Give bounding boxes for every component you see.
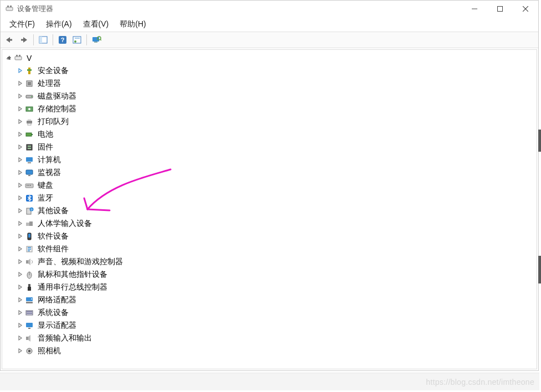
svg-rect-59 bbox=[28, 284, 30, 287]
device-category-row[interactable]: ?其他设备 bbox=[16, 204, 535, 217]
menu-action[interactable]: 操作(A) bbox=[40, 18, 78, 31]
menu-file[interactable]: 文件(F) bbox=[4, 18, 40, 31]
device-category-row[interactable]: 蓝牙 bbox=[16, 192, 535, 204]
device-category-row[interactable]: 人体学输入设备 bbox=[16, 217, 535, 230]
device-category-row[interactable]: 计算机 bbox=[16, 153, 535, 166]
device-category-row[interactable]: 处理器 bbox=[16, 77, 535, 90]
forward-button[interactable] bbox=[17, 33, 30, 47]
svg-rect-41 bbox=[26, 170, 33, 174]
category-label[interactable]: 音频输入和输出 bbox=[37, 333, 93, 343]
menu-view[interactable]: 查看(V) bbox=[78, 18, 115, 31]
device-category-row[interactable]: 声音、视频和游戏控制器 bbox=[16, 255, 535, 268]
category-label[interactable]: 存储控制器 bbox=[37, 104, 78, 114]
category-label[interactable]: 打印队列 bbox=[37, 117, 70, 127]
help-button[interactable]: ? bbox=[56, 33, 69, 47]
svg-rect-4 bbox=[498, 7, 503, 12]
expand-chevron-icon[interactable] bbox=[16, 105, 24, 114]
device-category-row[interactable]: 打印队列 bbox=[16, 115, 535, 128]
expand-chevron-icon[interactable] bbox=[16, 334, 24, 343]
category-label[interactable]: 人体学输入设备 bbox=[37, 219, 93, 229]
expand-chevron-icon[interactable] bbox=[16, 130, 24, 139]
expand-chevron-icon[interactable] bbox=[16, 270, 24, 279]
expand-chevron-icon[interactable] bbox=[16, 219, 24, 228]
menu-help[interactable]: 帮助(H) bbox=[114, 18, 151, 31]
device-category-row[interactable]: 音频输入和输出 bbox=[16, 332, 535, 344]
category-label[interactable]: 安全设备 bbox=[37, 66, 70, 76]
toolbar-sep bbox=[86, 34, 87, 45]
category-label[interactable]: 软件设备 bbox=[37, 231, 70, 241]
expand-chevron-icon[interactable] bbox=[16, 117, 24, 126]
expand-chevron-icon[interactable] bbox=[16, 245, 24, 254]
device-category-row[interactable]: 显示适配器 bbox=[16, 319, 535, 332]
device-category-row[interactable]: 软件设备 bbox=[16, 230, 535, 243]
svg-rect-0 bbox=[6, 7, 13, 11]
storage-ctrl-icon bbox=[24, 105, 34, 114]
display-icon bbox=[24, 321, 34, 330]
expand-chevron-icon[interactable] bbox=[16, 156, 24, 164]
expand-chevron-icon[interactable] bbox=[16, 257, 24, 266]
category-label[interactable]: 系统设备 bbox=[37, 308, 70, 318]
root-node[interactable]: V bbox=[3, 52, 535, 64]
printer-icon bbox=[24, 117, 34, 126]
device-category-row[interactable]: 磁盘驱动器 bbox=[16, 90, 535, 102]
expand-chevron-icon[interactable] bbox=[16, 296, 24, 305]
device-category-row[interactable]: 电池 bbox=[16, 128, 535, 141]
device-category-row[interactable]: 固件 bbox=[16, 141, 535, 153]
expand-chevron-icon[interactable] bbox=[16, 79, 24, 88]
show-hide-tree-button[interactable] bbox=[37, 33, 50, 47]
device-category-row[interactable]: 通用串行总线控制器 bbox=[16, 281, 535, 293]
expand-chevron-icon[interactable] bbox=[16, 194, 24, 203]
category-label[interactable]: 显示适配器 bbox=[37, 321, 78, 331]
collapse-chevron-icon[interactable] bbox=[4, 54, 13, 63]
device-category-row[interactable]: 鼠标和其他指针设备 bbox=[16, 268, 535, 281]
minimize-button[interactable] bbox=[462, 1, 487, 17]
device-category-row[interactable]: 监视器 bbox=[16, 166, 535, 179]
svg-rect-15 bbox=[75, 38, 80, 39]
device-category-row[interactable]: 软件组件 bbox=[16, 243, 535, 255]
device-category-row[interactable]: 安全设备 bbox=[16, 64, 535, 77]
device-category-row[interactable]: 系统设备 bbox=[16, 306, 535, 319]
expand-chevron-icon[interactable] bbox=[16, 283, 24, 292]
svg-rect-2 bbox=[10, 6, 12, 7]
category-label[interactable]: 其他设备 bbox=[37, 206, 70, 216]
expand-chevron-icon[interactable] bbox=[16, 232, 24, 241]
category-label[interactable]: 键盘 bbox=[37, 180, 54, 190]
expand-chevron-icon[interactable] bbox=[16, 168, 24, 177]
device-category-row[interactable]: 照相机 bbox=[16, 344, 535, 357]
svg-rect-1 bbox=[7, 6, 9, 7]
svg-rect-54 bbox=[28, 234, 30, 238]
category-label[interactable]: 软件组件 bbox=[37, 244, 70, 254]
category-label[interactable]: 蓝牙 bbox=[37, 193, 54, 203]
expand-chevron-icon[interactable] bbox=[16, 321, 24, 330]
category-label[interactable]: 鼠标和其他指针设备 bbox=[37, 270, 109, 280]
category-label[interactable]: 照相机 bbox=[37, 346, 62, 356]
maximize-button[interactable] bbox=[487, 1, 513, 17]
expand-chevron-icon[interactable] bbox=[16, 207, 24, 215]
svg-rect-10 bbox=[39, 37, 42, 43]
expand-chevron-icon[interactable] bbox=[16, 66, 24, 75]
category-label[interactable]: 磁盘驱动器 bbox=[37, 91, 78, 101]
expand-chevron-icon[interactable] bbox=[16, 181, 24, 190]
device-tree[interactable]: V 安全设备处理器磁盘驱动器存储控制器打印队列电池固件计算机监视器键盘蓝牙?其他… bbox=[2, 49, 537, 369]
expand-chevron-icon[interactable] bbox=[16, 92, 24, 101]
category-label[interactable]: 通用串行总线控制器 bbox=[37, 282, 109, 292]
menu-bar: 文件(F) 操作(A) 查看(V) 帮助(H) bbox=[1, 17, 538, 32]
properties-button[interactable] bbox=[70, 33, 84, 47]
device-category-row[interactable]: 存储控制器 bbox=[16, 102, 535, 115]
expand-chevron-icon[interactable] bbox=[16, 143, 24, 152]
device-category-row[interactable]: 键盘 bbox=[16, 179, 535, 192]
expand-chevron-icon[interactable] bbox=[16, 308, 24, 317]
expand-chevron-icon[interactable] bbox=[16, 347, 24, 355]
category-label[interactable]: 计算机 bbox=[37, 155, 62, 165]
device-category-row[interactable]: 网络适配器 bbox=[16, 293, 535, 306]
category-label[interactable]: 监视器 bbox=[37, 168, 62, 178]
category-label[interactable]: 声音、视频和游戏控制器 bbox=[37, 257, 124, 267]
category-label[interactable]: 固件 bbox=[37, 142, 54, 152]
scan-hardware-button[interactable] bbox=[90, 33, 103, 47]
back-button[interactable] bbox=[3, 33, 16, 47]
close-button[interactable] bbox=[513, 1, 538, 17]
category-label[interactable]: 电池 bbox=[37, 130, 54, 140]
category-label[interactable]: 处理器 bbox=[37, 79, 62, 89]
root-label[interactable]: V bbox=[25, 54, 33, 63]
category-label[interactable]: 网络适配器 bbox=[37, 295, 78, 305]
